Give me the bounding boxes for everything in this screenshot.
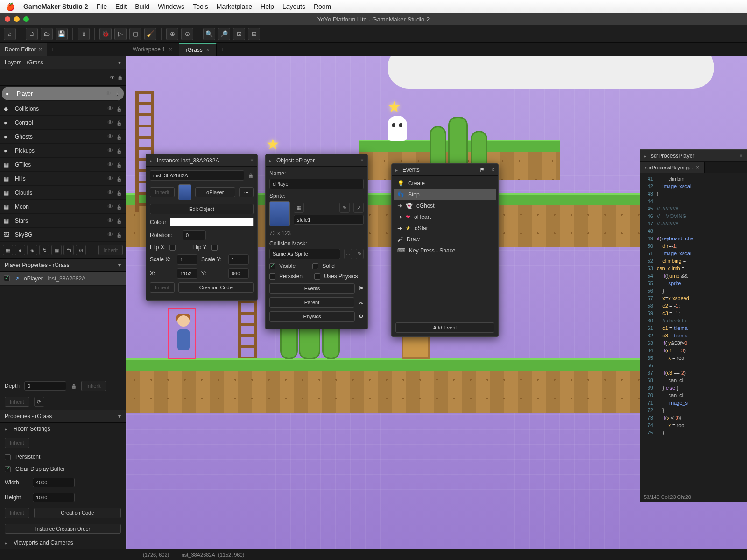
flipy-checkbox[interactable] [211, 245, 218, 251]
inherit-button-2[interactable]: Inherit [5, 397, 29, 407]
maximize-icon[interactable] [23, 16, 29, 22]
visibility-icon[interactable] [107, 231, 113, 238]
zoom-out-button[interactable]: 🔎 [218, 28, 230, 40]
events-button[interactable]: Events [269, 283, 355, 294]
menu-tools[interactable]: Tools [193, 3, 208, 10]
export-button[interactable]: ⇪ [78, 28, 90, 40]
lock-icon[interactable] [116, 217, 122, 224]
layer-row-gtiles[interactable]: ▦GTiles [0, 158, 126, 172]
lock-icon[interactable] [116, 119, 122, 126]
layer-row-player[interactable]: ●Player [2, 87, 124, 101]
layer-row-moon[interactable]: ▦Moon [0, 200, 126, 214]
code-file-tab[interactable]: scrProcessPlayer.g...× [640, 162, 705, 173]
lock-icon[interactable] [116, 189, 122, 196]
target-button[interactable]: ⊕ [166, 28, 178, 40]
config-button[interactable]: ⊙ [181, 28, 193, 40]
instance-checkbox[interactable] [4, 275, 10, 281]
visibility-icon[interactable] [107, 147, 113, 154]
lock-icon[interactable] [116, 203, 122, 210]
debug-button[interactable]: 🐞 [99, 28, 112, 40]
panel-close-icon[interactable]: × [250, 157, 254, 164]
room-width-input[interactable] [33, 478, 75, 487]
layer-tile-icon[interactable]: ◈ [27, 245, 37, 255]
lock-icon[interactable] [116, 231, 122, 238]
mask-menu-icon[interactable]: ··· [344, 249, 352, 259]
menu-edit[interactable]: Edit [115, 3, 127, 10]
panel-close-icon[interactable]: × [491, 167, 494, 173]
minimize-icon[interactable] [14, 16, 20, 22]
sprite-preview[interactable] [269, 201, 290, 226]
event-row[interactable]: 🖌Draw [394, 234, 496, 245]
clear-display-checkbox[interactable] [5, 466, 11, 472]
layer-row-stars[interactable]: ▦Stars [0, 214, 126, 228]
instance-order-button[interactable]: Instance Creation Order [5, 524, 121, 534]
layer-path-icon[interactable]: ↯ [39, 245, 49, 255]
lock-icon[interactable] [248, 172, 254, 179]
room-editor-tab[interactable]: Room Editor × [0, 43, 47, 56]
flipx-checkbox[interactable] [169, 245, 176, 251]
room-props-header[interactable]: Properties - rGrass [0, 410, 126, 423]
room-inherit-button-2[interactable]: Inherit [5, 508, 29, 518]
layer-row-ghosts[interactable]: ●Ghosts [0, 130, 126, 144]
layer-row-hills[interactable]: ▦Hills [0, 172, 126, 186]
menu-app[interactable]: GameMaker Studio 2 [23, 3, 88, 10]
creation-code-button[interactable]: Creation Code [178, 282, 254, 293]
menu-file[interactable]: File [97, 3, 107, 10]
layer-folder-icon[interactable]: 🗀 [63, 245, 74, 255]
layers-header[interactable]: Layers - rGrass [0, 56, 126, 69]
rotation-input[interactable] [183, 230, 206, 240]
depth-inherit-button[interactable]: Inherit [81, 381, 106, 391]
panel-close-icon[interactable]: × [740, 153, 743, 159]
visible-checkbox[interactable] [269, 263, 275, 269]
visibility-toggle-icon[interactable] [110, 74, 115, 81]
clean-button[interactable]: 🧹 [144, 28, 156, 40]
instance-name-input[interactable] [150, 170, 244, 181]
stop-button[interactable]: ▢ [129, 28, 141, 40]
lock-toggle-icon[interactable] [117, 74, 123, 81]
add-event-button[interactable]: Add Event [395, 322, 494, 333]
instance-list-row[interactable]: ↗ oPlayer inst_38A2682A [0, 272, 126, 286]
lock-icon[interactable] [116, 147, 122, 154]
code-editor[interactable]: 41 climbin42 image_xscal43}4445// //////… [640, 173, 747, 492]
layer-row-control[interactable]: ●Control [0, 116, 126, 130]
sprite-new-icon[interactable]: ▦ [294, 203, 304, 213]
visibility-icon[interactable] [107, 175, 113, 182]
sprite-name-input[interactable] [294, 215, 364, 225]
menu-windows[interactable]: Windows [158, 3, 184, 10]
y-input[interactable] [228, 268, 249, 279]
sprite-open-icon[interactable]: ↗ [353, 203, 364, 213]
workspace-add-tab[interactable]: + [217, 46, 228, 53]
menu-marketplace[interactable]: Marketplace [217, 3, 252, 10]
layer-bg-icon[interactable]: ▦ [3, 245, 13, 255]
persistent-checkbox[interactable] [269, 273, 275, 280]
visibility-icon[interactable] [107, 119, 113, 126]
visibility-icon[interactable] [107, 161, 113, 168]
player-instance[interactable] [168, 308, 196, 359]
workspace-tab-1[interactable]: Workspace 1× [126, 43, 179, 56]
visibility-icon[interactable] [107, 189, 113, 196]
object-panel[interactable]: Object: oPlayer× Name: Sprite: ▦✎↗ 73 x … [265, 154, 368, 329]
new-button[interactable]: 🗋 [26, 28, 38, 40]
persistent-checkbox[interactable] [5, 454, 11, 460]
close-icon[interactable] [5, 16, 10, 22]
visibility-icon[interactable] [107, 105, 113, 112]
event-row[interactable]: ➜★oStar [394, 223, 496, 234]
home-button[interactable]: ⌂ [4, 28, 16, 40]
inst-object-menu[interactable]: ··· [239, 187, 254, 197]
cc-inherit-button[interactable]: Inherit [150, 282, 175, 293]
layer-row-collisions[interactable]: ◆Collisions [0, 102, 126, 116]
instance-panel[interactable]: Instance: inst_38A2682A× Inherit oPlayer… [146, 154, 258, 301]
dock-button[interactable]: ⊞ [248, 28, 260, 40]
save-button[interactable]: 💾 [56, 28, 68, 40]
scaley-input[interactable] [228, 254, 249, 265]
event-row[interactable]: 👣Step [394, 189, 496, 200]
menu-help[interactable]: Help [261, 3, 274, 10]
tab-add-button[interactable]: + [47, 46, 58, 53]
tab-close-icon[interactable]: × [39, 46, 42, 53]
event-row[interactable]: ➜❤oHeart [394, 211, 496, 223]
workspace-tab-rgrass[interactable]: rGrass× [179, 43, 217, 56]
menu-build[interactable]: Build [135, 3, 149, 10]
lock-icon[interactable] [116, 133, 122, 140]
inst-object-field[interactable]: oPlayer [195, 187, 235, 197]
x-input[interactable] [177, 268, 197, 279]
